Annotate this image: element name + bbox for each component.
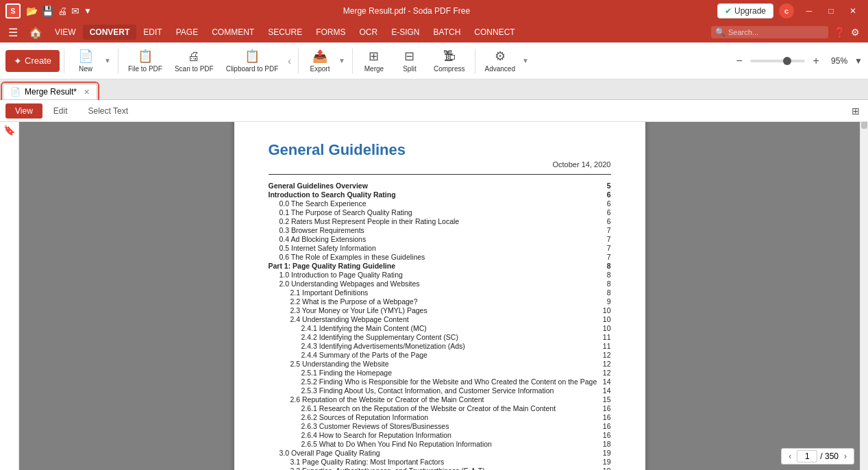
- menu-secure[interactable]: SECURE: [261, 25, 309, 40]
- toc-text: Introduction to Search Quality Rating: [269, 190, 597, 199]
- prev-page-button[interactable]: ‹: [786, 450, 794, 462]
- toc-entry: 2.6.2 Sources of Reputation Information1…: [269, 413, 611, 421]
- zoom-out-button[interactable]: −: [731, 53, 747, 69]
- new-dropdown-icon[interactable]: ▼: [104, 57, 111, 64]
- toc-text: 1.0 Introduction to Page Quality Rating: [280, 271, 597, 279]
- menu-forms[interactable]: FORMS: [309, 25, 352, 40]
- advanced-dropdown-icon[interactable]: ▼: [522, 57, 529, 64]
- hamburger-menu[interactable]: ☰: [3, 23, 23, 42]
- toc-num: 16: [597, 413, 611, 421]
- pdf-divider: [269, 174, 611, 175]
- doc-tab-icon: 📄: [10, 87, 21, 97]
- toc-entry: Introduction to Search Quality Rating6: [269, 190, 611, 199]
- create-label: Create: [25, 55, 51, 66]
- toc-entry: 2.6.5 What to Do When You Find No Reputa…: [269, 440, 611, 448]
- toc-num: 6: [597, 217, 611, 225]
- toc-entry: 2.4.3 Identifying Advertisements/Monetiz…: [269, 342, 611, 350]
- document-tab[interactable]: 📄 Merge Result* ✕: [3, 84, 97, 99]
- menu-ocr[interactable]: OCR: [353, 25, 385, 40]
- next-page-button[interactable]: ›: [841, 450, 850, 462]
- toc-num: 16: [597, 422, 611, 430]
- clipboard-to-pdf-button[interactable]: 📋 Clipboard to PDF: [221, 46, 284, 75]
- print-icon[interactable]: 🖨: [58, 5, 67, 16]
- menu-convert[interactable]: CONVERT: [83, 25, 137, 40]
- open-folder-icon[interactable]: 📂: [26, 5, 38, 16]
- toc-num: 9: [597, 297, 611, 306]
- select-text-button[interactable]: Select Text: [78, 103, 137, 119]
- search-bar[interactable]: 🔍: [711, 26, 828, 38]
- menu-view[interactable]: VIEW: [48, 25, 83, 40]
- zoom-slider[interactable]: [750, 60, 805, 62]
- toc-entry: 2.0 Understanding Webpages and Websites8: [269, 280, 611, 288]
- toolbar-prev-icon[interactable]: ‹: [285, 53, 294, 69]
- upgrade-button[interactable]: ✔ Upgrade: [717, 3, 773, 18]
- menu-esign[interactable]: E-SIGN: [384, 25, 426, 40]
- tab-close-icon[interactable]: ✕: [84, 88, 90, 97]
- zoom-percentage: 95%: [827, 56, 852, 66]
- toc-text: 2.0 Understanding Webpages and Websites: [280, 280, 597, 288]
- toc-entry: 2.4.4 Summary of the Parts of the Page12: [269, 351, 611, 359]
- advanced-button[interactable]: ⚙ Advanced: [480, 46, 521, 75]
- menu-connect[interactable]: CONNECT: [467, 25, 521, 40]
- dropdown-icon[interactable]: ▼: [84, 6, 92, 16]
- sidebar-bookmarks-icon[interactable]: 🔖: [1, 122, 18, 138]
- menu-comment[interactable]: COMMENT: [205, 25, 261, 40]
- merge-button[interactable]: ⊞ Merge: [357, 46, 391, 75]
- page-total: / 350: [820, 452, 839, 461]
- toc-entry: 3.0 Overall Page Quality Rating19: [269, 449, 611, 457]
- export-button[interactable]: 📤 Export: [303, 46, 337, 75]
- minimize-button[interactable]: ─: [799, 4, 819, 18]
- compress-button[interactable]: 🗜 Compress: [428, 47, 471, 75]
- toc-num: 11: [597, 342, 611, 350]
- toc-text: 2.6.1 Research on the Reputation of the …: [301, 404, 597, 412]
- new-button[interactable]: 📄 New: [69, 46, 103, 75]
- edit-button[interactable]: Edit: [44, 103, 77, 119]
- zoom-dropdown-icon[interactable]: ▼: [854, 56, 863, 66]
- advanced-label: Advanced: [485, 65, 515, 73]
- toc-text: 2.3 Your Money or Your Life (YMYL) Pages: [290, 306, 597, 314]
- maximize-button[interactable]: □: [821, 4, 841, 18]
- scrollbar[interactable]: [860, 100, 868, 470]
- toc-text: 2.6.5 What to Do When You Find No Reputa…: [301, 440, 597, 448]
- export-icon: 📤: [312, 49, 327, 64]
- zoom-in-button[interactable]: +: [808, 53, 824, 69]
- toc-num: 10: [597, 315, 611, 323]
- toc-num: 8: [597, 271, 611, 279]
- save-icon[interactable]: 💾: [42, 5, 53, 16]
- left-sidebar: ⊞ 🔖: [0, 100, 19, 470]
- scan-icon: 🖨: [188, 49, 200, 64]
- divider-4: [352, 49, 353, 73]
- page-number-input[interactable]: [797, 450, 817, 462]
- split-button[interactable]: ⊟ Split: [393, 46, 427, 75]
- toc-text: 0.0 The Search Experience: [280, 199, 597, 208]
- view-button[interactable]: View: [5, 103, 42, 119]
- menu-edit[interactable]: EDIT: [136, 25, 169, 40]
- toc-entry: 3.2 Expertise, Authoritativeness, and Tr…: [269, 467, 611, 470]
- file-to-pdf-button[interactable]: 📋 File to PDF: [123, 46, 168, 75]
- toc-num: 8: [597, 288, 611, 297]
- menu-page[interactable]: PAGE: [169, 25, 205, 40]
- toc-num: 5: [597, 182, 611, 190]
- user-avatar[interactable]: c: [779, 3, 794, 18]
- help-icon[interactable]: ❓: [834, 27, 845, 38]
- divider-2: [118, 49, 119, 73]
- toc-entry: 2.5 Understanding the Website12: [269, 360, 611, 368]
- home-icon[interactable]: 🏠: [23, 23, 48, 42]
- scan-to-pdf-button[interactable]: 🖨 Scan to PDF: [169, 47, 219, 75]
- export-dropdown-icon[interactable]: ▼: [338, 57, 345, 64]
- compress-icon: 🗜: [443, 49, 456, 64]
- toc-num: 6: [597, 190, 611, 199]
- zoom-thumb: [783, 57, 791, 65]
- toc-num: 14: [597, 378, 611, 386]
- fit-page-icon[interactable]: ⊞: [849, 104, 863, 118]
- toc-num: 7: [597, 226, 611, 234]
- close-button[interactable]: ✕: [843, 4, 863, 18]
- email-icon[interactable]: ✉: [71, 5, 79, 16]
- settings-icon[interactable]: ⚙: [851, 27, 860, 38]
- tab-bar: 📄 Merge Result* ✕: [0, 79, 868, 100]
- search-input[interactable]: [728, 28, 824, 36]
- toc-num: 7: [597, 235, 611, 243]
- create-button[interactable]: ✦ Create: [5, 50, 60, 72]
- toc-entry: 2.6.4 How to Search for Reputation Infor…: [269, 431, 611, 439]
- menu-batch[interactable]: BATCH: [427, 25, 468, 40]
